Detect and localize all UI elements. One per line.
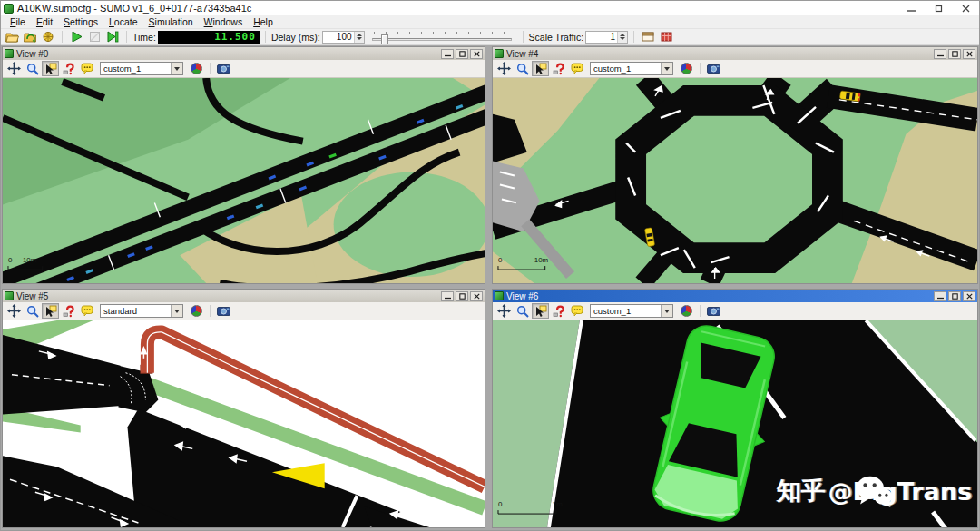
run-icon[interactable] — [68, 30, 84, 44]
color-scheme-wheel-icon[interactable] — [678, 61, 695, 76]
view4-toolbar: custom_1 — [493, 60, 977, 78]
spin-down-icon[interactable] — [620, 37, 625, 40]
tooltip-icon[interactable] — [78, 61, 95, 76]
recenter-view-icon[interactable] — [5, 61, 23, 76]
zoom-icon[interactable] — [24, 303, 41, 319]
view6-toolbar: custom_1 — [493, 302, 977, 320]
locate-icon[interactable] — [550, 303, 567, 319]
select-pointer-icon[interactable] — [532, 303, 549, 319]
delay-value: 100 — [323, 32, 354, 43]
view-minimize-button[interactable] — [934, 49, 946, 59]
restore-button[interactable] — [925, 1, 952, 15]
menu-file[interactable]: File — [5, 16, 31, 27]
step-icon[interactable] — [104, 30, 121, 44]
color-scheme-wheel-icon[interactable] — [188, 61, 205, 76]
view-minimize-button[interactable] — [441, 291, 454, 301]
menu-help[interactable]: Help — [248, 16, 279, 27]
zoom-icon[interactable] — [514, 303, 531, 319]
toolbar-separator — [700, 63, 701, 74]
view6-canvas[interactable]: 0 1m 知乎 — [493, 320, 977, 527]
locate-icon[interactable] — [550, 61, 567, 76]
slider-groove — [372, 38, 512, 41]
menu-windows[interactable]: Windows — [199, 16, 249, 27]
window-titlebar[interactable]: A10KW.sumocfg - SUMO v1_6_0+0177-a73435a… — [1, 1, 979, 15]
view-close-button[interactable] — [963, 291, 975, 301]
minimize-button[interactable] — [897, 1, 925, 15]
close-views-icon[interactable] — [658, 30, 674, 44]
view-close-button[interactable] — [470, 291, 483, 301]
snapshot-camera-icon[interactable] — [705, 303, 722, 319]
view-maximize-button[interactable] — [456, 291, 468, 301]
view-maximize-button[interactable] — [456, 49, 468, 59]
chevron-down-icon[interactable] — [171, 305, 182, 317]
snapshot-camera-icon[interactable] — [705, 61, 722, 76]
locate-icon[interactable] — [60, 303, 77, 319]
snapshot-camera-icon[interactable] — [215, 61, 232, 76]
snapshot-camera-icon[interactable] — [215, 303, 232, 319]
zoom-icon[interactable] — [24, 61, 41, 76]
color-scheme-wheel-icon[interactable] — [678, 303, 695, 319]
view-minimize-button[interactable] — [934, 291, 946, 301]
scale-spin-buttons[interactable] — [617, 32, 627, 43]
color-scheme-wheel-icon[interactable] — [188, 303, 205, 319]
delay-slider[interactable] — [370, 31, 514, 44]
spin-down-icon[interactable] — [357, 37, 362, 40]
svg-text:0: 0 — [498, 256, 503, 264]
scheme-select[interactable]: custom_1 — [590, 304, 673, 318]
view-close-button[interactable] — [470, 49, 483, 59]
delay-spin-buttons[interactable] — [354, 32, 364, 43]
tooltip-icon[interactable] — [78, 303, 95, 319]
svg-text:10m: 10m — [23, 256, 37, 264]
view0-canvas[interactable]: 0 10m — [3, 78, 485, 283]
view-window-6: View #6 custom_1 — [492, 289, 978, 528]
chevron-down-icon[interactable] — [171, 63, 182, 74]
scheme-value: custom_1 — [101, 64, 171, 74]
chevron-down-icon[interactable] — [661, 63, 672, 74]
open-config-icon[interactable] — [4, 30, 20, 44]
scheme-select[interactable]: custom_1 — [100, 62, 183, 75]
view4-title: View #4 — [506, 49, 538, 59]
scale-traffic-value: 1 — [586, 32, 617, 43]
chevron-down-icon[interactable] — [661, 305, 672, 317]
slider-ticks — [374, 32, 512, 34]
menu-settings[interactable]: Settings — [58, 16, 103, 27]
view-minimize-button[interactable] — [441, 49, 454, 59]
scheme-select[interactable]: custom_1 — [590, 62, 673, 75]
recenter-view-icon[interactable] — [5, 303, 23, 319]
zoom-icon[interactable] — [514, 61, 531, 76]
scheme-select[interactable]: standard — [100, 304, 183, 318]
tooltip-icon[interactable] — [568, 303, 585, 319]
view4-canvas[interactable]: 0 10m — [493, 78, 977, 283]
view0-title: View #0 — [16, 49, 48, 59]
stop-icon[interactable] — [86, 30, 103, 44]
select-pointer-icon[interactable] — [42, 61, 59, 76]
view0-titlebar[interactable]: View #0 — [3, 47, 485, 60]
spin-up-icon[interactable] — [357, 34, 362, 36]
view-close-button[interactable] — [963, 49, 975, 59]
menu-locate[interactable]: Locate — [103, 16, 143, 27]
slider-thumb[interactable] — [381, 34, 388, 44]
scale-traffic-spinbox[interactable]: 1 — [585, 31, 628, 44]
recenter-view-icon[interactable] — [495, 303, 513, 319]
tooltip-icon[interactable] — [568, 61, 585, 76]
view6-titlebar[interactable]: View #6 — [493, 290, 977, 302]
menu-edit[interactable]: Edit — [31, 16, 58, 27]
spin-up-icon[interactable] — [620, 34, 625, 36]
menu-simulation[interactable]: Simulation — [143, 16, 199, 27]
open-network-icon[interactable] — [40, 30, 56, 44]
close-button[interactable] — [952, 1, 979, 15]
view4-titlebar[interactable]: View #4 — [493, 47, 977, 60]
recenter-view-icon[interactable] — [495, 61, 513, 76]
reload-network-icon[interactable] — [22, 30, 38, 44]
view5-titlebar[interactable]: View #5 — [3, 290, 485, 302]
scheme-value: custom_1 — [591, 64, 661, 74]
toolbar-separator — [265, 31, 266, 43]
locate-icon[interactable] — [60, 61, 77, 76]
delay-spinbox[interactable]: 100 — [322, 31, 365, 44]
select-pointer-icon[interactable] — [532, 61, 549, 76]
new-view-icon[interactable] — [640, 30, 656, 44]
view5-canvas[interactable] — [3, 320, 485, 527]
view-maximize-button[interactable] — [948, 291, 961, 301]
view-maximize-button[interactable] — [948, 49, 961, 59]
select-pointer-icon[interactable] — [42, 303, 59, 319]
